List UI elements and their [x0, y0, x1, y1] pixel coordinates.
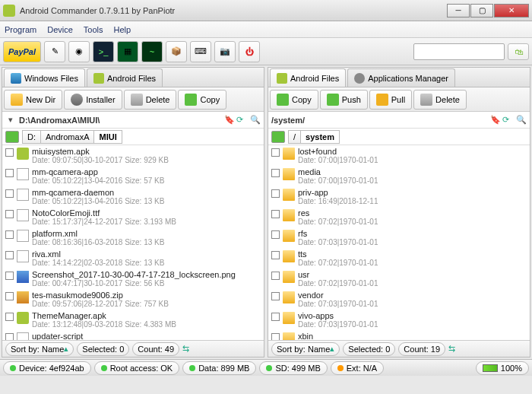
checkbox[interactable]	[271, 169, 280, 177]
copy-button-right[interactable]: Copy	[270, 90, 318, 110]
file-row[interactable]: ThemeManager.apkDate: 13:12:48|09-03-201…	[2, 310, 264, 330]
bag-icon[interactable]: 🛍	[508, 43, 529, 60]
crumb-root[interactable]: /	[288, 130, 301, 144]
file-row[interactable]: vendorDate: 07:03|1970-01-01	[268, 289, 530, 310]
screenshot-icon[interactable]: 📷	[214, 41, 236, 62]
checkbox[interactable]	[271, 230, 280, 239]
crumb-system[interactable]: system	[300, 130, 340, 144]
folder-icon	[283, 148, 295, 160]
maximize-button[interactable]: ▢	[470, 4, 493, 17]
checkbox[interactable]	[271, 210, 280, 218]
delete-button-right[interactable]: Delete	[413, 90, 467, 110]
copy-button-left[interactable]: Copy	[178, 90, 226, 110]
refresh-icon[interactable]: ⟳	[502, 115, 513, 125]
file-row[interactable]: mm-qcamera-appDate: 05:10:22|13-04-2016 …	[2, 166, 264, 186]
package-icon[interactable]: 📦	[166, 41, 187, 62]
file-row[interactable]: rfsDate: 07:03|1970-01-01	[268, 227, 530, 248]
checkbox[interactable]	[5, 169, 14, 177]
bookmark-icon[interactable]: 🔖	[490, 115, 499, 125]
file-row[interactable]: platform.xmlDate: 08:16:36|16-03-2018 Si…	[2, 227, 264, 248]
file-row[interactable]: vivo-appsDate: 07:03|1970-01-01	[268, 310, 530, 330]
status-dot-icon	[10, 365, 16, 371]
file-row[interactable]: resDate: 07:02|1970-01-01	[268, 207, 530, 227]
path-dropdown[interactable]: ▾	[5, 115, 16, 125]
newdir-button[interactable]: New Dir	[4, 90, 62, 110]
menu-device[interactable]: Device	[47, 25, 73, 34]
tab-android-files-right[interactable]: Android Files	[270, 68, 346, 87]
file-row[interactable]: NotoColorEmoji.ttfDate: 15:17:37|24-12-2…	[2, 207, 264, 227]
tab-android-files-left[interactable]: Android Files	[87, 68, 163, 87]
power-icon[interactable]: ⏻	[239, 41, 260, 62]
checkbox[interactable]	[5, 230, 14, 239]
terminal-icon[interactable]: >_	[93, 41, 114, 62]
back-button[interactable]	[271, 131, 285, 143]
file-row[interactable]: tes-masukmode9006.zipDate: 09:57:06|28-1…	[2, 289, 264, 310]
checkbox[interactable]	[5, 292, 14, 300]
menu-tools[interactable]: Tools	[84, 25, 103, 34]
checkbox[interactable]	[271, 251, 280, 259]
checkbox[interactable]	[5, 189, 14, 198]
push-button[interactable]: Push	[320, 90, 368, 110]
checkbox[interactable]	[271, 313, 280, 321]
minimize-button[interactable]: ─	[447, 4, 470, 17]
file-list-right[interactable]: lost+foundDate: 07:00|1970-01-01mediaDat…	[268, 145, 530, 340]
file-row[interactable]: riva.xmlDate: 14:14:22|02-03-2018 Size: …	[2, 248, 264, 268]
tab-windows-files[interactable]: Windows Files	[4, 68, 85, 87]
file-row[interactable]: ttsDate: 07:02|1970-01-01	[268, 248, 530, 268]
input-icon[interactable]: ⌨	[190, 41, 211, 62]
checkbox[interactable]	[5, 333, 14, 340]
paypal-button[interactable]: PayPal	[3, 41, 41, 62]
search-icon[interactable]: 🔍	[250, 115, 261, 125]
process-icon[interactable]: ▦	[117, 41, 138, 62]
file-meta: Date: 09:07:50|30-10-2017 Size: 929 KB	[32, 156, 261, 164]
file-meta: Date: 14:14:22|02-03-2018 Size: 13 KB	[32, 259, 261, 267]
folder-icon	[283, 209, 295, 221]
checkbox[interactable]	[5, 313, 14, 321]
file-row[interactable]: priv-appDate: 16:49|2018-12-11	[268, 186, 530, 207]
activity-icon[interactable]: ~	[141, 41, 163, 62]
nav-arrows-icon[interactable]: ⇆	[182, 344, 192, 354]
crumb-miui[interactable]: MIUI	[93, 130, 122, 144]
file-meta: Date: 13:12:48|09-03-2018 Size: 4.383 MB	[32, 320, 261, 329]
checkbox[interactable]	[271, 189, 280, 198]
file-row[interactable]: xbinDate: 07:00|1970-01-01	[268, 330, 530, 340]
crumb-andromaxa[interactable]: AndromaxA	[40, 130, 94, 144]
checkbox[interactable]	[271, 272, 280, 280]
checkbox[interactable]	[5, 148, 14, 157]
tab-applications-manager[interactable]: Applications Manager	[347, 68, 455, 87]
wifi-icon[interactable]: ◉	[68, 41, 90, 62]
nav-arrows-icon[interactable]: ⇆	[448, 344, 458, 354]
menu-help[interactable]: Help	[114, 25, 131, 34]
search-input[interactable]	[413, 43, 505, 60]
installer-button[interactable]: Installer	[64, 90, 122, 110]
folder-icon	[283, 271, 295, 283]
checkbox[interactable]	[5, 251, 14, 259]
pull-button[interactable]: Pull	[369, 90, 412, 110]
crumb-d[interactable]: D:	[22, 130, 41, 144]
close-button[interactable]: ✕	[494, 4, 529, 17]
delete-button-left[interactable]: Delete	[124, 90, 177, 110]
back-button[interactable]	[5, 131, 19, 143]
file-meta: Date: 07:00|1970-01-01	[298, 156, 527, 164]
checkbox[interactable]	[5, 272, 14, 280]
edit-icon[interactable]: ✎	[44, 41, 65, 62]
file-row[interactable]: miuisystem.apkDate: 09:07:50|30-10-2017 …	[2, 145, 264, 166]
checkbox[interactable]	[271, 292, 280, 300]
file-row[interactable]: usrDate: 07:02|1970-01-01	[268, 268, 530, 289]
checkbox[interactable]	[271, 333, 280, 340]
file-row[interactable]: Screenshot_2017-10-30-00-47-17-218_locks…	[2, 268, 264, 289]
file-row[interactable]: mm-qcamera-daemonDate: 05:10:22|13-04-20…	[2, 186, 264, 207]
bookmark-icon[interactable]: 🔖	[224, 115, 233, 125]
sort-right[interactable]: Sort by: Name ▴	[271, 342, 340, 356]
refresh-icon[interactable]: ⟳	[236, 115, 247, 125]
file-row[interactable]: mediaDate: 07:00|1970-01-01	[268, 166, 530, 186]
file-row[interactable]: lost+foundDate: 07:00|1970-01-01	[268, 145, 530, 166]
menu-program[interactable]: Program	[5, 25, 36, 34]
file-list-left[interactable]: miuisystem.apkDate: 09:07:50|30-10-2017 …	[2, 145, 264, 340]
checkbox[interactable]	[5, 210, 14, 218]
search-icon[interactable]: 🔍	[516, 115, 527, 125]
file-name: rfs	[298, 229, 527, 238]
checkbox[interactable]	[271, 148, 280, 157]
file-row[interactable]: updater-scriptDate: 18:21:16|08-03-2018 …	[2, 330, 264, 340]
sort-left[interactable]: Sort by: Name ▴	[5, 342, 74, 356]
